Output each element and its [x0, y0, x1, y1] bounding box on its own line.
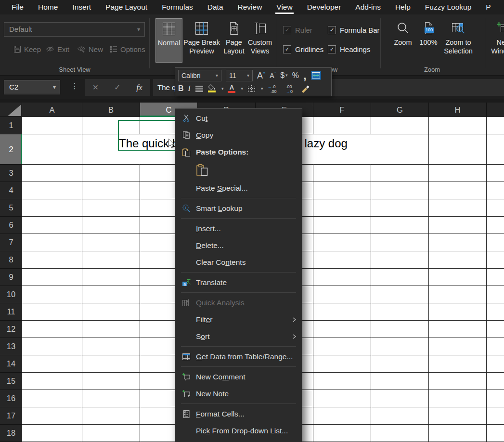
cell-g10[interactable]	[371, 286, 429, 303]
cell-a4[interactable]	[22, 182, 82, 199]
context-menu-item-new-note[interactable]: New Note	[175, 385, 302, 402]
percent-style-button[interactable]: %	[292, 72, 299, 79]
cell-i13[interactable]	[487, 338, 504, 355]
menu-tab-fuzzy-lookup[interactable]: Fuzzy Lookup	[418, 0, 479, 14]
row-header-18[interactable]: 18	[0, 425, 22, 442]
cell-h8[interactable]	[429, 251, 487, 269]
row-header-4[interactable]: 4	[0, 182, 22, 199]
cell-b5[interactable]	[82, 199, 140, 217]
row-header-11[interactable]: 11	[0, 303, 22, 321]
cell-h13[interactable]	[429, 338, 487, 355]
paste-button[interactable]	[196, 164, 208, 176]
cell-g18[interactable]	[371, 425, 429, 442]
bold-button[interactable]: B	[178, 85, 184, 92]
italic-button[interactable]: I	[188, 85, 191, 92]
cell-g8[interactable]	[371, 251, 429, 269]
context-menu-item-copy[interactable]: Copy	[175, 127, 302, 143]
borders-button[interactable]	[247, 84, 256, 92]
cell-h3[interactable]	[429, 165, 487, 182]
cell-i15[interactable]	[487, 373, 504, 390]
cell-g11[interactable]	[371, 303, 429, 321]
context-menu-item-translate[interactable]: aTranslate	[175, 274, 302, 291]
comma-style-button[interactable]: ,	[303, 70, 307, 81]
context-menu-item-define-name[interactable]: Define Name...	[175, 439, 302, 442]
cell-a18[interactable]	[22, 425, 82, 442]
menu-tab-view[interactable]: View	[269, 0, 299, 14]
cell-f4[interactable]	[313, 182, 371, 199]
row-header-14[interactable]: 14	[0, 355, 22, 373]
cell-a5[interactable]	[22, 199, 82, 217]
chevron-down-icon[interactable]: ▾	[261, 86, 263, 91]
cell-h14[interactable]	[429, 355, 487, 373]
row-header-8[interactable]: 8	[0, 251, 22, 269]
menu-tab-formulas[interactable]: Formulas	[155, 0, 200, 14]
cell-a12[interactable]	[22, 321, 82, 338]
accounting-format-button[interactable]: $▾	[280, 72, 287, 79]
fill-color-button[interactable]	[208, 84, 216, 92]
chevron-down-icon[interactable]: ▾	[241, 86, 243, 91]
cell-i16[interactable]	[487, 390, 504, 407]
select-all-corner[interactable]	[0, 103, 22, 117]
cell-i10[interactable]	[487, 286, 504, 303]
cell-h11[interactable]	[429, 303, 487, 321]
cell-f12[interactable]	[313, 321, 371, 338]
cell-i11[interactable]	[487, 303, 504, 321]
context-menu-item-filter[interactable]: Filter	[175, 311, 302, 328]
insert-function-button[interactable]: fx	[136, 83, 142, 92]
context-menu-item-sort[interactable]: Sort	[175, 328, 302, 345]
formula-bar-options-icon[interactable]: ⋮	[71, 82, 78, 90]
cell-b10[interactable]	[82, 286, 140, 303]
cell-f5[interactable]	[313, 199, 371, 217]
column-header-h[interactable]: H	[429, 103, 487, 117]
sheet-view-combo[interactable]: Default ▾	[4, 22, 145, 37]
row-header-17[interactable]: 17	[0, 407, 22, 425]
cell-h10[interactable]	[429, 286, 487, 303]
menu-tab-file[interactable]: File	[4, 0, 31, 14]
context-menu-item-get-data-from-table-range[interactable]: Get Data from Table/Range...	[175, 348, 302, 365]
font-name-combo[interactable]: Calibri ▾	[178, 70, 221, 81]
cell-b17[interactable]	[82, 407, 140, 425]
cell-f10[interactable]	[313, 286, 371, 303]
cell-i9[interactable]	[487, 269, 504, 286]
page-break-preview-button[interactable]: Page Break Preview	[183, 18, 220, 63]
cell-a6[interactable]	[22, 217, 82, 234]
page-layout-button[interactable]: Page Layout	[221, 18, 247, 63]
row-header-12[interactable]: 12	[0, 321, 22, 338]
cell-a17[interactable]	[22, 407, 82, 425]
cell-g3[interactable]	[371, 165, 429, 182]
menu-tab-p[interactable]: P	[478, 0, 498, 14]
font-color-button[interactable]: A	[228, 84, 235, 93]
cell-b4[interactable]	[82, 182, 140, 199]
cell-h6[interactable]	[429, 217, 487, 234]
cell-g1[interactable]	[371, 117, 429, 134]
cell-b11[interactable]	[82, 303, 140, 321]
cell-b16[interactable]	[82, 390, 140, 407]
headings-checkbox[interactable]: ✓ Headings	[328, 45, 370, 53]
cell-a3[interactable]	[22, 165, 82, 182]
zoom-to-selection-button[interactable]: Zoom to Selection	[439, 18, 478, 63]
cell-f18[interactable]	[313, 425, 371, 442]
context-menu-item-delete[interactable]: Delete...	[175, 237, 302, 254]
cell-f14[interactable]	[313, 355, 371, 373]
decrease-font-size-button[interactable]: Aˇ	[270, 72, 276, 79]
cell-f13[interactable]	[313, 338, 371, 355]
cell-h4[interactable]	[429, 182, 487, 199]
cell-f3[interactable]	[313, 165, 371, 182]
normal-view-button[interactable]: Normal	[155, 18, 182, 63]
cell-h16[interactable]	[429, 390, 487, 407]
context-menu-item-paste-special[interactable]: Paste Special...	[175, 180, 302, 196]
new-window-button[interactable]: New Window	[483, 18, 504, 63]
menu-tab-home[interactable]: Home	[31, 0, 65, 14]
row-header-3[interactable]: 3	[0, 165, 22, 182]
row-header-6[interactable]: 6	[0, 217, 22, 234]
menu-tab-review[interactable]: Review	[231, 0, 270, 14]
context-menu-item-cut[interactable]: Cut	[175, 110, 302, 127]
cell-b18[interactable]	[82, 425, 140, 442]
cell-g6[interactable]	[371, 217, 429, 234]
cell-i8[interactable]	[487, 251, 504, 269]
gridlines-checkbox[interactable]: ✓ Gridlines	[283, 45, 323, 53]
cell-a7[interactable]	[22, 234, 82, 251]
cell-a10[interactable]	[22, 286, 82, 303]
cell-b8[interactable]	[82, 251, 140, 269]
cell-b13[interactable]	[82, 338, 140, 355]
